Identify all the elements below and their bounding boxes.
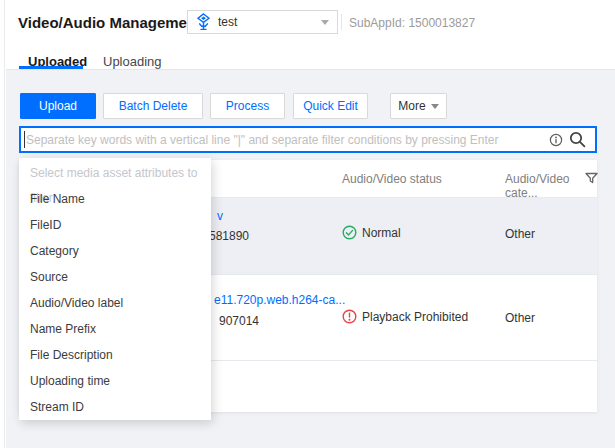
dropdown-item-category[interactable]: Category	[19, 238, 211, 264]
category-cell: Other	[505, 311, 535, 325]
more-button[interactable]: More	[390, 93, 447, 119]
filter-icon[interactable]	[585, 172, 598, 188]
video-audio-management-page: Video/Audio Management test SubAppId: 15…	[0, 0, 615, 448]
search-icon[interactable]	[569, 131, 586, 148]
status-label: Playback Prohibited	[362, 310, 468, 324]
dropdown-header: Select media asset attributes to filter	[19, 161, 211, 186]
chevron-down-icon	[321, 20, 329, 25]
app-select-value: test	[218, 15, 321, 29]
dropdown-item-source[interactable]: Source	[19, 264, 211, 290]
category-cell: Other	[505, 227, 535, 241]
dropdown-item-file-description[interactable]: File Description	[19, 342, 211, 368]
dropdown-item-av-label[interactable]: Audio/Video label	[19, 290, 211, 316]
column-header-category: Audio/Video cate...	[505, 172, 597, 200]
info-icon[interactable]	[549, 133, 563, 147]
status-label: Normal	[362, 226, 401, 240]
header-divider	[341, 14, 342, 30]
vod-app-icon	[196, 13, 211, 31]
media-name-link[interactable]: v	[217, 209, 223, 223]
tabbar-border	[6, 69, 615, 70]
dropdown-item-uploading-time[interactable]: Uploading time	[19, 368, 211, 394]
media-id-text: 581890	[209, 229, 249, 243]
chevron-down-icon	[431, 104, 439, 109]
search-bar	[19, 126, 597, 153]
left-edge-divider	[0, 0, 5, 448]
more-button-label: More	[398, 94, 425, 118]
dropdown-item-file-name[interactable]: File Name	[19, 186, 211, 212]
column-header-status: Audio/Video status	[342, 172, 442, 186]
text-cursor	[24, 131, 25, 148]
app-select-dropdown[interactable]: test	[187, 10, 338, 34]
tab-uploading[interactable]: Uploading	[103, 54, 162, 69]
dropdown-item-fileid[interactable]: FileID	[19, 212, 211, 238]
dropdown-item-name-prefix[interactable]: Name Prefix	[19, 316, 211, 342]
status-cell: Normal	[342, 225, 401, 240]
status-cell: Playback Prohibited	[342, 309, 468, 324]
upload-button[interactable]: Upload	[20, 93, 96, 119]
process-button[interactable]: Process	[210, 93, 285, 119]
filter-attribute-dropdown: Select media asset attributes to filter …	[19, 158, 211, 420]
page-title: Video/Audio Management	[18, 14, 201, 31]
status-normal-icon	[342, 225, 357, 240]
media-name-link[interactable]: e11.720p.web.h264-ca...	[214, 293, 345, 307]
dropdown-item-stream-id[interactable]: Stream ID	[19, 394, 211, 420]
search-input[interactable]	[21, 128, 549, 151]
subappid-label: SubAppId: 1500013827	[349, 16, 475, 30]
quick-edit-button[interactable]: Quick Edit	[293, 93, 368, 119]
batch-delete-button[interactable]: Batch Delete	[103, 93, 203, 119]
status-prohibited-icon	[342, 309, 357, 324]
media-id-text: 907014	[219, 314, 259, 328]
